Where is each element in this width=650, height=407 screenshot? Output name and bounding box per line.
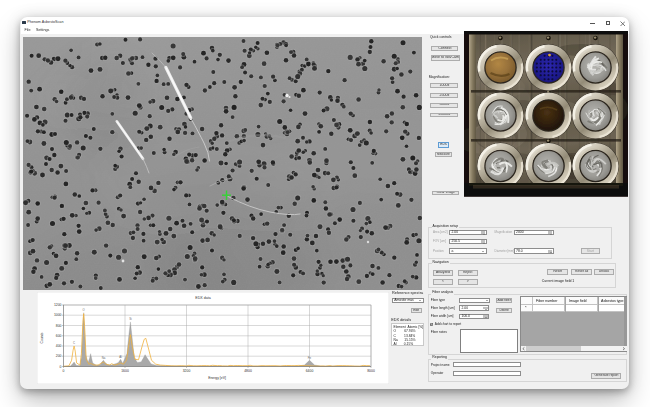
svg-text:Energy [eV]: Energy [eV] [208, 376, 226, 380]
svg-text:C: C [73, 341, 75, 345]
svg-text:200: 200 [55, 354, 61, 358]
svg-text:1600: 1600 [121, 369, 129, 373]
svg-text:3200: 3200 [182, 369, 190, 373]
svg-text:Si: Si [129, 317, 132, 321]
svg-text:Counts: Counts [39, 332, 43, 343]
svg-text:8000: 8000 [367, 369, 375, 373]
svg-text:600: 600 [55, 334, 61, 338]
svg-text:400: 400 [55, 344, 61, 348]
svg-text:0: 0 [59, 365, 61, 369]
svg-text:EDX data: EDX data [195, 296, 210, 300]
svg-text:Fe: Fe [307, 356, 311, 360]
svg-text:Al: Al [119, 355, 122, 359]
svg-text:4800: 4800 [244, 369, 252, 373]
svg-text:0: 0 [62, 369, 64, 373]
svg-text:Na: Na [101, 356, 105, 360]
svg-text:1200: 1200 [53, 303, 61, 307]
svg-text:1000: 1000 [53, 313, 61, 317]
svg-text:6400: 6400 [305, 369, 313, 373]
svg-text:800: 800 [55, 324, 61, 328]
